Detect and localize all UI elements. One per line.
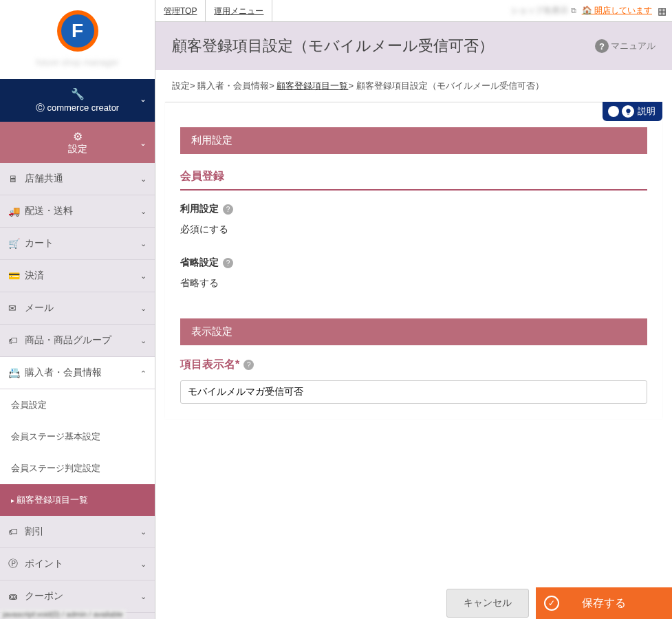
chevron-down-icon: ⌄	[140, 175, 147, 184]
sub-item-member-settings[interactable]: 会員設定	[0, 389, 155, 421]
point-icon: Ⓟ	[8, 558, 25, 570]
chevron-down-icon: ⌄	[140, 207, 147, 216]
sidebar-item-products[interactable]: 🏷 商品・商品グループ ⌄	[0, 325, 155, 357]
sub-item-stage-basic[interactable]: 会員ステージ基本設定	[0, 421, 155, 453]
shop-open-link[interactable]: 🏠 開店しています	[582, 5, 652, 17]
tag-icon: 🏷	[8, 526, 25, 537]
sub-item-stage-judge[interactable]: 会員ステージ判定設定	[0, 453, 155, 484]
bulb-icon	[622, 105, 634, 118]
nav-commerce-creator[interactable]: 🔧 Ⓒ commerce creator ⌄	[0, 79, 155, 122]
sidebar-item-payment[interactable]: 💳 決済 ⌄	[0, 260, 155, 292]
mail-icon: ✉	[8, 303, 25, 314]
admin-top-link[interactable]: 管理TOP	[155, 0, 206, 21]
info-icon[interactable]: ?	[223, 204, 233, 215]
tag-icon: 🏷	[8, 335, 25, 346]
chevron-down-icon: ⌄	[140, 239, 147, 248]
section-usage: 利用設定	[180, 127, 647, 154]
info-icon[interactable]: ?	[243, 360, 254, 370]
nav-settings[interactable]: ⚙ 設定 ⌄	[0, 122, 155, 163]
chevron-down-icon: ⌄	[140, 94, 147, 104]
sub-heading-member: 会員登録	[180, 160, 647, 191]
chevron-down-icon: ⌄	[140, 304, 147, 313]
display-name-label: 項目表示名* ?	[180, 345, 647, 373]
sidebar-item-store[interactable]: 🖥 店舗共通 ⌄	[0, 163, 155, 195]
apps-grid-icon[interactable]: ▦	[658, 6, 666, 17]
sidebar-item-points[interactable]: Ⓟ ポイント ⌄	[0, 548, 155, 580]
sidebar: F future shop manager 🔧 Ⓒ commerce creat…	[0, 0, 155, 619]
page-title: 顧客登録項目設定（モバイルメール受信可否）	[172, 36, 595, 56]
cart-icon: 🛒	[8, 238, 25, 249]
breadcrumb-link[interactable]: 顧客登録項目一覧	[277, 80, 348, 91]
logo-area: F future shop manager	[0, 0, 155, 79]
save-button[interactable]: ✓ 保存する	[536, 587, 672, 619]
sidebar-item-cart[interactable]: 🛒 カート ⌄	[0, 228, 155, 260]
chevron-down-icon: ⌄	[140, 560, 147, 569]
content-card: 利用設定 会員登録 利用設定 ? 必須にする 省略設定 ? 省略する 表示設定	[165, 102, 662, 419]
truck-icon: 🚚	[8, 206, 25, 217]
field-label-abbrev: 省略設定 ?	[180, 257, 647, 269]
topbar: 管理TOP 運用メニュー ショップ名表示 ⧉ 🏠 開店しています ▦	[155, 0, 672, 22]
sidebar-item-mail[interactable]: ✉ メール ⌄	[0, 292, 155, 325]
field-label-usage: 利用設定 ?	[180, 203, 647, 215]
sidebar-item-shipping[interactable]: 🚚 配送・送料 ⌄	[0, 195, 155, 228]
status-bar: javascript:void(0) / admin / available	[0, 609, 126, 619]
chevron-up-icon: ⌄	[140, 369, 147, 378]
logo-icon: F	[57, 10, 98, 52]
chevron-down-icon: ⌄	[140, 336, 147, 345]
question-icon: ?	[595, 39, 609, 53]
main-content: 管理TOP 運用メニュー ショップ名表示 ⧉ 🏠 開店しています ▦ 顧客登録項…	[155, 0, 672, 619]
page-header: 顧客登録項目設定（モバイルメール受信可否） ? マニュアル	[155, 22, 672, 70]
ops-menu-link[interactable]: 運用メニュー	[206, 0, 272, 21]
logo-subtitle: future shop manager	[10, 57, 144, 67]
chevron-down-icon: ⌄	[140, 272, 147, 281]
card-id-icon: 📇	[8, 367, 25, 378]
sidebar-item-coupon[interactable]: 🎟 クーポン ⌄	[0, 580, 155, 613]
sub-item-customer-fields[interactable]: 顧客登録項目一覧	[0, 484, 155, 516]
section-display: 表示設定	[180, 318, 647, 345]
display-name-input[interactable]	[180, 380, 647, 404]
breadcrumb: 設定> 購入者・会員情報> 顧客登録項目一覧> 顧客登録項目設定（モバイルメール…	[155, 70, 672, 102]
cancel-button[interactable]: キャンセル	[446, 589, 529, 618]
shop-name: ショップ名表示	[510, 5, 568, 17]
sidebar-item-members[interactable]: 📇 購入者・会員情報 ⌄	[0, 357, 155, 389]
gear-icon: ⚙	[8, 130, 147, 143]
chevron-down-icon: ⌄	[140, 528, 147, 536]
monitor-icon: 🖥	[8, 173, 25, 184]
footer-bar: キャンセル ✓ 保存する	[155, 587, 672, 619]
check-icon: ✓	[544, 596, 559, 611]
field-value-usage: 必須にする	[180, 215, 647, 241]
help-tab[interactable]: 説明	[603, 102, 662, 121]
manual-link[interactable]: ? マニュアル	[595, 39, 655, 53]
chevron-down-icon: ⌄	[140, 138, 147, 148]
wrench-icon: 🔧	[71, 88, 85, 100]
external-link-icon[interactable]: ⧉	[571, 6, 576, 15]
sidebar-item-discount[interactable]: 🏷 割引 ⌄	[0, 516, 155, 548]
card-icon: 💳	[8, 270, 25, 281]
chevron-down-icon: ⌄	[140, 592, 147, 601]
info-icon[interactable]: ?	[223, 258, 233, 268]
ticket-icon: 🎟	[8, 591, 25, 602]
field-value-abbrev: 省略する	[180, 269, 647, 295]
